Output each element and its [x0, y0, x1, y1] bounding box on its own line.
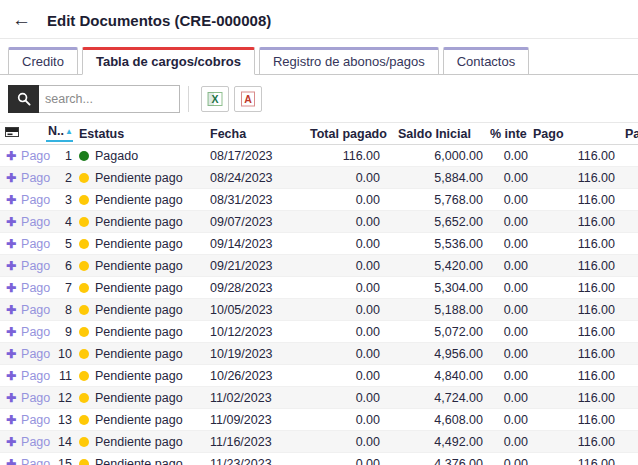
status-label: Pendiente pago	[95, 325, 183, 339]
column-header-pct_inte[interactable]: % inte	[487, 123, 530, 145]
add-pago-label: Pago	[21, 237, 50, 251]
column-header-estatus[interactable]: Estatus	[74, 123, 205, 145]
add-pago-label: Pago	[21, 149, 50, 163]
search-group	[8, 85, 180, 113]
cell-saldo_inicial: 5,304.00	[385, 277, 487, 299]
add-pago-link[interactable]: ✚Pago	[0, 431, 56, 453]
add-pago-link[interactable]: ✚Pago	[0, 167, 56, 189]
add-pago-link[interactable]: ✚Pago	[0, 277, 56, 299]
cell-fecha: 08/24/2023	[205, 167, 300, 189]
column-header-label: Total pagado	[310, 127, 387, 141]
cell-saldo_inicial: 4,956.00	[385, 343, 487, 365]
cell-fecha: 09/07/2023	[205, 211, 300, 233]
cell-pago2	[620, 431, 638, 453]
status-label: Pendiente pago	[95, 303, 183, 317]
cell-pct_inte: 0.00	[487, 431, 530, 453]
cell-fecha: 09/21/2023	[205, 255, 300, 277]
add-pago-link[interactable]: ✚Pago	[0, 343, 56, 365]
cell-n: 13	[56, 409, 74, 431]
table-header-row: N..▲EstatusFechaTotal pagadoSaldo Inicia…	[0, 123, 638, 145]
add-pago-label: Pago	[21, 171, 50, 185]
export-excel-button[interactable]: X	[201, 86, 229, 112]
cell-total_pagado: 0.00	[300, 321, 385, 343]
cell-pago2	[620, 211, 638, 233]
export-pdf-button[interactable]: A	[234, 86, 262, 112]
add-pago-link[interactable]: ✚Pago	[0, 453, 56, 465]
cell-n: 9	[56, 321, 74, 343]
add-pago-link[interactable]: ✚Pago	[0, 409, 56, 431]
cell-pago2	[620, 277, 638, 299]
column-header-label: Estatus	[79, 127, 124, 141]
tab-credito[interactable]: Credito	[8, 47, 78, 75]
add-pago-link[interactable]: ✚Pago	[0, 321, 56, 343]
cell-saldo_inicial: 4,492.00	[385, 431, 487, 453]
add-pago-label: Pago	[21, 369, 50, 383]
cell-estatus: Pendiente pago	[74, 453, 205, 465]
table-row: ✚Pago15Pendiente pago11/23/20230.004,376…	[0, 453, 638, 465]
add-pago-link[interactable]: ✚Pago	[0, 211, 56, 233]
table-row: ✚Pago1Pagado08/17/2023116.006,000.000.00…	[0, 145, 638, 167]
search-button[interactable]	[8, 85, 39, 113]
add-pago-label: Pago	[21, 391, 50, 405]
cell-pct_inte: 0.00	[487, 145, 530, 167]
add-pago-link[interactable]: ✚Pago	[0, 189, 56, 211]
cell-total_pagado: 0.00	[300, 343, 385, 365]
column-header-label: Saldo Inicial	[398, 127, 471, 141]
cell-n: 8	[56, 299, 74, 321]
cell-total_pagado: 0.00	[300, 277, 385, 299]
cell-estatus: Pendiente pago	[74, 189, 205, 211]
status-label: Pendiente pago	[95, 435, 183, 449]
table-toolbar: X A	[8, 85, 638, 113]
cell-saldo_inicial: 5,652.00	[385, 211, 487, 233]
status-label: Pendiente pago	[95, 347, 183, 361]
search-input[interactable]	[39, 85, 180, 113]
columns-icon[interactable]	[5, 128, 20, 142]
cell-pago2	[620, 145, 638, 167]
table-row: ✚Pago3Pendiente pago08/31/20230.005,768.…	[0, 189, 638, 211]
column-header-pago2[interactable]: Pag	[620, 123, 638, 145]
cell-pago: 116.00	[530, 409, 620, 431]
column-header-label: % inte	[490, 127, 527, 141]
cell-saldo_inicial: 4,376.00	[385, 453, 487, 465]
table-row: ✚Pago8Pendiente pago10/05/20230.005,188.…	[0, 299, 638, 321]
plus-icon: ✚	[6, 457, 16, 465]
tab-tabla-de-cargos-cobros[interactable]: Tabla de cargos/cobros	[82, 47, 255, 75]
back-icon[interactable]: ←	[12, 11, 31, 29]
add-pago-link[interactable]: ✚Pago	[0, 365, 56, 387]
cargos-cobros-table-wrap: N..▲EstatusFechaTotal pagadoSaldo Inicia…	[0, 122, 638, 465]
column-header-fecha[interactable]: Fecha	[205, 123, 300, 145]
add-pago-link[interactable]: ✚Pago	[0, 255, 56, 277]
cell-saldo_inicial: 5,188.00	[385, 299, 487, 321]
table-row: ✚Pago2Pendiente pago08/24/20230.005,884.…	[0, 167, 638, 189]
column-header-label: Fecha	[210, 127, 246, 141]
cell-pct_inte: 0.00	[487, 343, 530, 365]
status-label: Pendiente pago	[95, 259, 183, 273]
status-dot-icon	[79, 459, 89, 465]
cell-pct_inte: 0.00	[487, 299, 530, 321]
svg-text:A: A	[244, 93, 252, 105]
tab-contactos[interactable]: Contactos	[443, 47, 530, 75]
cell-pago2	[620, 189, 638, 211]
add-pago-link[interactable]: ✚Pago	[0, 299, 56, 321]
add-pago-label: Pago	[21, 325, 50, 339]
cell-n: 3	[56, 189, 74, 211]
cell-total_pagado: 0.00	[300, 409, 385, 431]
table-row: ✚Pago11Pendiente pago10/26/20230.004,840…	[0, 365, 638, 387]
column-header-pago[interactable]: Pago	[530, 123, 620, 145]
cell-pct_inte: 0.00	[487, 409, 530, 431]
add-pago-link[interactable]: ✚Pago	[0, 145, 56, 167]
add-pago-link[interactable]: ✚Pago	[0, 233, 56, 255]
column-header-total_pagado[interactable]: Total pagado	[300, 123, 385, 145]
table-row: ✚Pago10Pendiente pago10/19/20230.004,956…	[0, 343, 638, 365]
table-row: ✚Pago4Pendiente pago09/07/20230.005,652.…	[0, 211, 638, 233]
tab-registro-de-abonos-pagos[interactable]: Registro de abonos/pagos	[259, 47, 439, 75]
cell-total_pagado: 0.00	[300, 387, 385, 409]
column-header-n[interactable]: N..▲	[56, 123, 74, 145]
column-header-saldo_inicial[interactable]: Saldo Inicial	[385, 123, 487, 145]
cell-estatus: Pendiente pago	[74, 255, 205, 277]
status-dot-icon	[79, 437, 89, 447]
status-dot-icon	[79, 195, 89, 205]
add-pago-link[interactable]: ✚Pago	[0, 387, 56, 409]
cell-estatus: Pendiente pago	[74, 343, 205, 365]
plus-icon: ✚	[6, 369, 16, 383]
